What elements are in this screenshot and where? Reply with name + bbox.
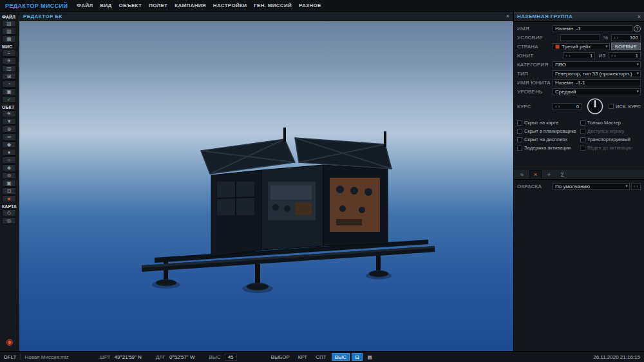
spin-right-icon[interactable]: › bbox=[558, 104, 560, 110]
menu-item-4[interactable]: КАМПАНИЯ bbox=[175, 3, 206, 8]
links-tab-icon[interactable]: × bbox=[529, 170, 542, 178]
checkbox[interactable] bbox=[580, 120, 585, 126]
course-spinner[interactable]: ‹ › 0 bbox=[553, 103, 582, 110]
object-vehicle-icon[interactable]: ▼ bbox=[2, 118, 16, 125]
ground-group-fields: ИМЯ Наземн. -1 ? УСЛОВИЕ % ‹ › 100 bbox=[514, 22, 644, 117]
name-input[interactable]: Наземн. -1 bbox=[553, 25, 632, 32]
hidden-on-displays-checkbox[interactable]: Скрыт на дисплеях bbox=[517, 137, 578, 142]
spin-left-icon[interactable]: ‹ bbox=[614, 35, 616, 41]
menu-item-7[interactable]: РАЗНОЕ bbox=[299, 3, 321, 8]
unit-total-spinner[interactable]: ‹ › 1 bbox=[609, 52, 641, 59]
panel-close-icon[interactable]: × bbox=[638, 14, 641, 20]
transportable-checkbox[interactable]: Транспортируемый bbox=[580, 137, 641, 142]
checkbox[interactable] bbox=[517, 146, 522, 151]
file-new-icon[interactable]: ▤ bbox=[2, 20, 16, 27]
checkbox[interactable] bbox=[517, 120, 522, 126]
north-marker-icon[interactable]: ◉ bbox=[6, 338, 13, 346]
viewport-3d[interactable]: РЕДАКТОР БК × bbox=[19, 12, 513, 351]
object-zone-icon[interactable]: ○ bbox=[2, 157, 16, 164]
menu-item-0[interactable]: ФАЙЛ bbox=[77, 3, 93, 8]
menu-item-6[interactable]: ГЕН. МИССИЙ bbox=[254, 3, 292, 8]
level-select[interactable]: Средний ▾ bbox=[553, 88, 641, 95]
object-building-icon[interactable]: ▣ bbox=[2, 180, 16, 187]
condition-input[interactable] bbox=[560, 34, 600, 41]
generator-3d-model[interactable] bbox=[135, 122, 444, 296]
mission-flight-icon[interactable]: ✈ bbox=[2, 57, 16, 64]
object-artillery-icon[interactable]: ⊕ bbox=[2, 126, 16, 133]
map-mode-button[interactable]: КРТ bbox=[295, 353, 311, 361]
object-aircraft-icon[interactable]: ✈ bbox=[2, 110, 16, 117]
spin-right-icon[interactable]: › bbox=[636, 184, 638, 189]
object-ship-icon[interactable]: ◆ bbox=[2, 141, 16, 148]
object-waypoint-icon[interactable]: ● bbox=[2, 149, 16, 156]
object-delete-icon[interactable]: ■ bbox=[2, 195, 16, 202]
menu-item-2[interactable]: ОБЪЕКТ bbox=[118, 3, 142, 8]
mission-properties-icon[interactable]: ≡ bbox=[2, 50, 16, 57]
mission-editor-window: РЕДАКТОР МИССИЙ ФАЙЛВИДОБЪЕКТПОЛЕТКАМПАН… bbox=[0, 0, 644, 362]
satellite-mode-button[interactable]: СПТ bbox=[312, 353, 329, 361]
spin-right-icon[interactable]: › bbox=[569, 53, 571, 59]
spline-tab-icon[interactable]: ≈ bbox=[516, 170, 528, 178]
help-icon[interactable]: ? bbox=[634, 25, 641, 32]
menu-item-3[interactable]: ПОЛЕТ bbox=[149, 3, 167, 8]
object-train-icon[interactable]: ∞ bbox=[2, 133, 16, 140]
checkbox[interactable] bbox=[580, 137, 585, 142]
bk-editor-close-icon[interactable]: × bbox=[506, 13, 509, 19]
country-select[interactable]: Третий рейх ▾ bbox=[553, 43, 610, 50]
name-row: ИМЯ Наземн. -1 ? bbox=[517, 24, 641, 32]
main-area: ФАЙЛ▤▥▦МИС≡✈◫⊞◔▣✓ОБКТ✈▼⊕∞◆●○◈⊙▣⊟■КАРТА◇◎… bbox=[0, 12, 644, 351]
layers-toggle-icon[interactable]: ⊟ bbox=[352, 353, 363, 361]
select-mode-button[interactable]: ВЫБОР bbox=[268, 353, 293, 361]
activation-delay-checkbox[interactable]: Задержка активации bbox=[517, 145, 578, 151]
led-until-activation-checkbox[interactable]: Веден до активации bbox=[580, 145, 641, 151]
spin-left-icon[interactable]: ‹ bbox=[634, 184, 636, 189]
map-layer-icon[interactable]: ◇ bbox=[2, 209, 16, 216]
combat-button[interactable]: БОЕВЫЕ bbox=[611, 43, 641, 50]
file-open-icon[interactable]: ▥ bbox=[2, 28, 16, 35]
master-only-checkbox[interactable]: Только Мастер bbox=[580, 120, 641, 126]
checkbox[interactable] bbox=[580, 146, 585, 151]
object-bridge-icon[interactable]: ⊟ bbox=[2, 187, 16, 195]
hidden-in-planner-checkbox[interactable]: Скрыт в планировщике bbox=[517, 128, 578, 134]
checkbox[interactable] bbox=[517, 129, 522, 134]
object-marker-icon[interactable]: ⊙ bbox=[2, 172, 16, 179]
grid-toggle-icon[interactable]: ▦ bbox=[365, 353, 376, 361]
object-effect-icon[interactable]: ◈ bbox=[2, 164, 16, 171]
altitude-value[interactable]: 45 bbox=[225, 354, 237, 361]
paint-spinner[interactable]: ‹ › bbox=[631, 183, 641, 190]
category-value: ПВО bbox=[555, 62, 566, 68]
menu-item-5[interactable]: НАСТРОЙКИ bbox=[213, 3, 247, 8]
type-select[interactable]: Генератор, тип 33 (прожекторн.) ▾ bbox=[553, 70, 641, 77]
paint-row: ОКРАСКА По умолчанию ▾ ‹ › bbox=[517, 182, 641, 190]
unit-index-spinner[interactable]: ‹ › 1 bbox=[563, 52, 595, 59]
hidden-on-map-checkbox[interactable]: Скрыт на карте bbox=[517, 120, 578, 126]
profile-indicator[interactable]: DFLT bbox=[4, 354, 16, 360]
checkbox[interactable] bbox=[609, 104, 614, 109]
mission-description-icon[interactable]: ▣ bbox=[2, 88, 16, 95]
chains-tab-icon[interactable]: + bbox=[543, 170, 555, 178]
ground-group-panel: НАЗЕМНАЯ ГРУППА × ИМЯ Наземн. -1 ? УСЛОВ… bbox=[513, 12, 644, 351]
spin-right-icon[interactable]: › bbox=[617, 35, 619, 41]
condition-spinner[interactable]: ‹ › 100 bbox=[611, 34, 641, 41]
spin-left-icon[interactable]: ‹ bbox=[555, 104, 557, 110]
height-mode-button[interactable]: ВЫС bbox=[332, 353, 350, 361]
map-ruler-icon[interactable]: ◎ bbox=[2, 217, 16, 224]
spin-left-icon[interactable]: ‹ bbox=[611, 53, 613, 59]
file-save-icon[interactable]: ▦ bbox=[2, 35, 16, 43]
category-select[interactable]: ПВО ▾ bbox=[553, 61, 641, 68]
spin-right-icon[interactable]: › bbox=[614, 53, 616, 59]
paint-select[interactable]: По умолчанию ▾ bbox=[553, 183, 630, 190]
mission-time-icon[interactable]: ◔ bbox=[2, 81, 16, 88]
available-to-player-checkbox[interactable]: Доступен игроку bbox=[580, 128, 641, 134]
spin-left-icon[interactable]: ‹ bbox=[565, 53, 567, 59]
mission-validate-icon[interactable]: ✓ bbox=[2, 96, 16, 103]
course-compass[interactable] bbox=[586, 97, 604, 115]
mission-grid-icon[interactable]: ⊞ bbox=[2, 73, 16, 80]
checkbox[interactable] bbox=[517, 137, 522, 142]
mission-weather-icon[interactable]: ◫ bbox=[2, 65, 16, 72]
menu-item-1[interactable]: ВИД bbox=[100, 3, 111, 8]
summary-tab-icon[interactable]: Σ bbox=[556, 170, 569, 178]
unit-name-input[interactable]: Наземн. -1-1 bbox=[553, 79, 641, 86]
exact-course-checkbox[interactable]: ИСК. КУРС bbox=[609, 104, 641, 110]
checkbox[interactable] bbox=[580, 129, 585, 134]
